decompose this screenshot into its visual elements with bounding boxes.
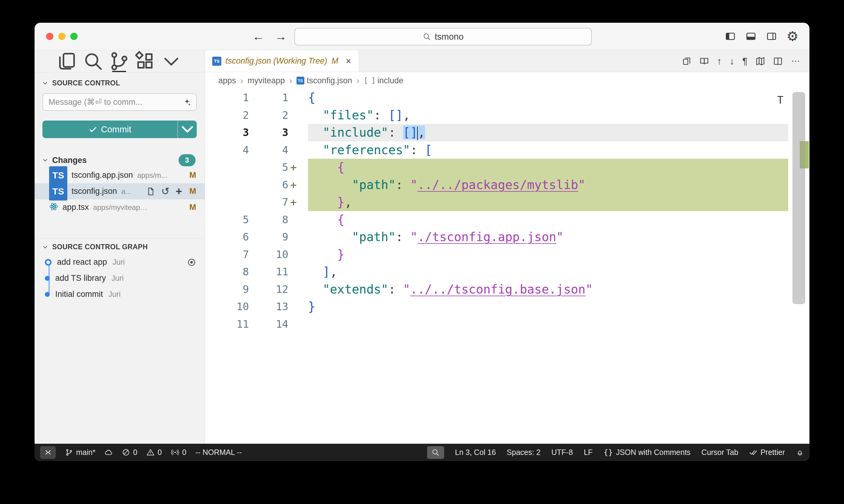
code-line[interactable]: 6 9 "path": "./tsconfig.app.json"	[205, 228, 809, 246]
file-row[interactable]: TS tsconfig.json a... ↺+ M	[35, 183, 205, 199]
code-line[interactable]: 1 1 {	[205, 89, 809, 107]
commit-button[interactable]: Commit	[42, 121, 197, 138]
status-zoom-indicator[interactable]	[427, 446, 444, 459]
open-file-icon[interactable]	[146, 187, 155, 196]
status-indentation[interactable]: Spaces: 2	[507, 449, 540, 456]
map-icon[interactable]	[756, 56, 765, 66]
symbol-array-icon: [ ]	[364, 76, 375, 85]
code-line[interactable]: 5 + {	[205, 159, 809, 176]
graph-header[interactable]: SOURCE CONTROL GRAPH	[35, 239, 205, 254]
activity-bar	[35, 50, 205, 72]
commit-message-input[interactable]	[48, 97, 183, 107]
head-target-icon[interactable]	[187, 258, 196, 267]
activity-search[interactable]	[83, 50, 104, 72]
new-line-number: 8	[249, 211, 288, 229]
code-line[interactable]: 11 14	[205, 316, 809, 333]
previous-change-icon[interactable]: ↑	[717, 56, 722, 66]
status-encoding[interactable]: UTF-8	[551, 449, 573, 456]
changes-section-header[interactable]: Changes 3	[35, 153, 205, 167]
commit-dot	[45, 292, 50, 297]
app-window: ← → tsmono ⚙ SOURCE CONTROL Commit	[35, 23, 809, 461]
code-line[interactable]: 9 12 "extends": "../../tsconfig.base.jso…	[205, 281, 809, 298]
status-vim-mode[interactable]: -- NORMAL --	[195, 449, 242, 456]
breadcrumb-item[interactable]: [ ]include	[364, 76, 403, 85]
status-publish-changes[interactable]	[105, 448, 113, 456]
chevron-down-icon	[42, 157, 49, 164]
render-whitespace-icon[interactable]: ¶	[742, 56, 747, 66]
commit-row[interactable]: Initial commit Juri	[35, 286, 205, 302]
chevron-right-icon: ›	[289, 75, 292, 86]
status-git-branch[interactable]: main*	[65, 448, 96, 456]
status-bar: main*000-- NORMAL -- Ln 3, Col 16Spaces:…	[35, 444, 809, 461]
commit-dot	[45, 276, 50, 281]
status-formatter-prettier[interactable]: Prettier	[749, 448, 785, 456]
navigate-back-button[interactable]: ←	[252, 30, 264, 43]
layout-sidebar-left-icon[interactable]	[725, 31, 736, 42]
old-line-number: 1	[205, 89, 249, 107]
tab-tsconfig-json[interactable]: TS tsconfig.json (Working Tree) M ×	[205, 50, 359, 72]
old-line-number	[205, 159, 249, 176]
code-line[interactable]: 7 + },	[205, 194, 809, 211]
braces-icon: {}	[604, 449, 613, 456]
discard-changes-icon[interactable]: ↺	[161, 186, 170, 196]
close-tab-icon[interactable]: ×	[346, 55, 351, 67]
status-cursor-tab[interactable]: Cursor Tab	[702, 449, 739, 456]
close-window-button[interactable]	[46, 33, 53, 40]
file-row[interactable]: app.tsx apps/myviteapp/sr... M	[35, 199, 205, 215]
open-changes-icon[interactable]	[682, 56, 691, 66]
activity-extensions[interactable]	[135, 50, 156, 72]
maximize-window-button[interactable]	[70, 33, 77, 40]
commit-row[interactable]: add react app Juri	[35, 254, 205, 270]
old-line-number: 3	[205, 124, 249, 141]
old-line-number: 8	[205, 263, 249, 281]
split-editor-icon[interactable]	[773, 56, 783, 66]
diff-editor[interactable]: 1 1 { 2 2 "files": [], 3 3 "include": []…	[205, 89, 809, 444]
old-line-number: 2	[205, 107, 249, 124]
scrollbar-track[interactable]	[788, 89, 809, 444]
file-row[interactable]: TS tsconfig.app.json apps/m... M	[35, 167, 205, 183]
breadcrumb-item[interactable]: myviteapp	[248, 76, 285, 85]
stage-changes-icon[interactable]: +	[175, 186, 182, 197]
code-lines: 1 1 { 2 2 "files": [], 3 3 "include": []…	[205, 89, 809, 333]
commit-message-box	[42, 93, 197, 111]
next-change-icon[interactable]: ↓	[730, 56, 735, 66]
activity-source-control[interactable]	[108, 50, 130, 72]
code-line[interactable]: 4 4 "references": [	[205, 141, 809, 159]
file-path: a...	[121, 187, 131, 196]
layout-sidebar-right-icon[interactable]	[766, 31, 777, 42]
status-remote-indicator[interactable]	[40, 446, 56, 459]
open-preview-icon[interactable]	[700, 56, 709, 66]
source-control-header[interactable]: SOURCE CONTROL	[35, 72, 205, 90]
status-problems-errors[interactable]: 0	[122, 448, 137, 456]
commit-author: Juri	[108, 290, 121, 299]
code-line[interactable]: 5 8 {	[205, 211, 809, 229]
code-line[interactable]: 3 3 "include": [],	[205, 124, 809, 141]
activity-chevron-down[interactable]	[161, 50, 182, 72]
diff-added-marker	[288, 211, 308, 229]
status-problems-warnings[interactable]: 0	[147, 448, 162, 456]
sparkle-icon[interactable]	[183, 98, 191, 106]
minimize-window-button[interactable]	[58, 33, 66, 40]
status-notifications[interactable]	[796, 448, 804, 456]
file-path: apps/myviteapp/sr...	[93, 203, 151, 212]
code-line[interactable]: 10 13 }	[205, 298, 809, 316]
gear-icon[interactable]: ⚙	[787, 30, 798, 43]
navigate-forward-button[interactable]: →	[275, 30, 287, 43]
code-line[interactable]: 2 2 "files": [],	[205, 107, 809, 124]
more-actions-icon[interactable]	[791, 56, 800, 66]
breadcrumb-item[interactable]: TStsconfig.json	[296, 76, 352, 85]
status-eol-sequence[interactable]: LF	[584, 449, 593, 456]
status-ports-forwarded[interactable]: 0	[171, 448, 187, 456]
status-cursor-position[interactable]: Ln 3, Col 16	[455, 449, 496, 456]
code-line[interactable]: 8 11 ],	[205, 263, 809, 281]
layout-panel-bottom-icon[interactable]	[745, 31, 756, 42]
commit-row[interactable]: add TS library Juri	[35, 270, 205, 286]
status-language-mode[interactable]: {}JSON with Comments	[604, 449, 691, 456]
activity-files[interactable]	[56, 50, 77, 72]
command-center-search[interactable]: tsmono	[294, 28, 592, 46]
commit-dropdown-button[interactable]	[177, 121, 197, 138]
scrollbar-thumb[interactable]	[792, 92, 805, 304]
breadcrumb-item[interactable]: apps	[218, 76, 236, 85]
code-line[interactable]: 7 10 }	[205, 246, 809, 264]
code-line[interactable]: 6 + "path": "../../packages/mytslib"	[205, 176, 809, 194]
